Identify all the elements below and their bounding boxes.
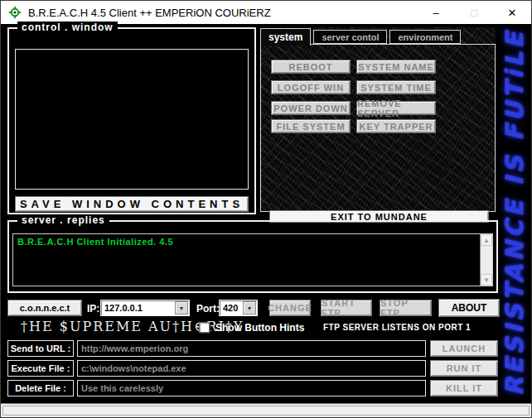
port-combobox[interactable]: 420 ▼ xyxy=(219,300,258,316)
remove-server-button[interactable]: REMOVE SERVER xyxy=(356,101,436,115)
control-window-group: control . window SAVE WINDOW CONTENTS xyxy=(7,27,256,214)
server-replies-group: server . replies B.R.E.A.C.H Client Init… xyxy=(7,220,498,293)
show-button-hints-label[interactable]: Show Button Hints xyxy=(215,322,304,334)
server-replies-label: server . replies xyxy=(17,214,109,226)
status-bar xyxy=(1,403,531,417)
control-window-label: control . window xyxy=(17,22,118,33)
port-label: Port: xyxy=(196,303,220,315)
tab-strip: system server contol environment xyxy=(260,27,463,44)
chevron-down-icon[interactable]: ▼ xyxy=(175,301,188,315)
change-button[interactable]: CHANGE xyxy=(269,300,311,316)
ip-label: IP: xyxy=(87,303,99,315)
kill-it-button[interactable]: KILL IT xyxy=(430,380,498,396)
replies-scrollbar[interactable]: ▲ ▼ xyxy=(480,234,492,286)
titlebar: B.R.E.A.C.H 4.5 Client ++ EMPERiON COURi… xyxy=(1,1,531,24)
supreme-authority-text: †HE $UPREME AU†H⊕RI†Y xyxy=(21,319,178,335)
send-to-url-label: Send to URL : xyxy=(7,340,74,357)
ip-combobox[interactable]: 127.0.0.1 ▼ xyxy=(100,300,190,316)
port-value[interactable]: 420 xyxy=(220,300,242,315)
tab-server-contol[interactable]: server contol xyxy=(313,30,387,44)
about-button[interactable]: ABOUT xyxy=(438,299,500,317)
delete-file-label: Delete File : xyxy=(7,380,74,396)
logoff-win-button[interactable]: LOGOFF WIN xyxy=(271,80,351,94)
close-button[interactable]: ✕ xyxy=(493,1,531,24)
delete-file-input[interactable] xyxy=(77,380,426,396)
scroll-up-icon[interactable]: ▲ xyxy=(481,234,492,246)
reboot-button[interactable]: REBOOT xyxy=(271,60,351,74)
system-name-button[interactable]: SYSTEM NAME xyxy=(356,60,436,74)
key-trapper-button[interactable]: KEY TRAPPER xyxy=(356,119,436,133)
control-window-screen xyxy=(15,49,249,190)
chevron-down-icon[interactable]: ▼ xyxy=(243,301,256,315)
system-time-button[interactable]: SYSTEM TIME xyxy=(356,80,436,94)
ip-value[interactable]: 127.0.0.1 xyxy=(101,300,174,315)
start-ftp-button[interactable]: START FTP xyxy=(321,300,372,316)
tab-environment[interactable]: environment xyxy=(389,30,461,44)
reply-line[interactable]: B.R.E.A.C.H Client Initialized. 4.5 xyxy=(13,234,492,249)
send-to-url-input[interactable] xyxy=(77,340,426,357)
app-window: B.R.E.A.C.H 4.5 Client ++ EMPERiON COURi… xyxy=(0,0,532,418)
ftp-note-label: FTP SERVER LISTENS ON PORT 1 xyxy=(323,323,471,332)
maximize-button: □ xyxy=(455,1,493,24)
scroll-down-icon[interactable]: ▼ xyxy=(481,274,492,286)
tab-system[interactable]: system xyxy=(260,28,311,46)
system-tab-page: REBOOT SYSTEM NAME LOGOFF WIN SYSTEM TIM… xyxy=(260,44,496,212)
status-bar-panel xyxy=(2,406,530,416)
file-system-button[interactable]: FILE SYSTEM xyxy=(271,119,351,133)
minimize-button[interactable]: – xyxy=(417,1,455,24)
save-window-contents-button[interactable]: SAVE WINDOW CONTENTS xyxy=(15,196,249,212)
run-it-button[interactable]: RUN IT xyxy=(430,360,498,377)
app-icon xyxy=(8,6,22,19)
tab-control: system server contol environment REBOOT … xyxy=(260,27,496,212)
stop-ftp-button[interactable]: STOP FTP xyxy=(380,300,432,316)
server-replies-list[interactable]: B.R.E.A.C.H Client Initialized. 4.5 ▲ ▼ xyxy=(12,233,493,286)
execute-file-label: Execute File : xyxy=(7,360,74,377)
show-button-hints-checkbox[interactable] xyxy=(199,322,210,333)
execute-file-input[interactable] xyxy=(77,360,426,377)
connect-button[interactable]: c.o.n.n.e.c.t xyxy=(7,300,82,316)
resistance-text: RESISTANCE IS FUTiLE xyxy=(501,29,529,396)
power-down-button[interactable]: POWER DOWN xyxy=(271,101,351,115)
resistance-graffiti: RESISTANCE IS FUTiLE xyxy=(497,26,532,400)
launch-button[interactable]: LAUNCH xyxy=(430,340,498,357)
window-title: B.R.E.A.C.H 4.5 Client ++ EMPERiON COURi… xyxy=(28,7,271,19)
